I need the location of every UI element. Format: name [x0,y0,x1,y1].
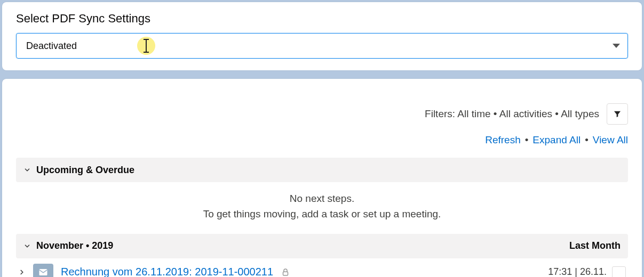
empty-line-2: To get things moving, add a task or set … [16,206,628,222]
lock-icon [281,267,290,277]
section-title: Upcoming & Overdue [36,165,134,176]
sync-settings-select[interactable]: Deactivated [16,33,628,59]
settings-title: Select PDF Sync Settings [16,12,628,26]
empty-line-1: No next steps. [16,191,628,206]
activity-menu-button[interactable] [612,266,626,277]
activity-timeline-card: Filters: All time • All activities • All… [2,79,642,277]
view-all-link[interactable]: View All [593,134,628,146]
filter-button[interactable] [607,103,628,125]
filter-icon [613,110,622,118]
month-relative-label: Last Month [569,240,621,251]
empty-state: No next steps. To get things moving, add… [16,182,628,234]
chevron-down-icon [23,166,31,174]
refresh-link[interactable]: Refresh [485,134,521,146]
activity-subject-link[interactable]: Rechnung vom 26.11.2019: 2019-11-000211 [61,266,273,277]
text-cursor-indicator [137,37,155,55]
caret-down-icon [613,44,620,48]
filter-row: Filters: All time • All activities • All… [16,79,628,125]
chevron-down-icon [23,242,31,250]
activity-time: 17:31 | 26.11. [548,266,607,277]
pdf-sync-settings-card: Select PDF Sync Settings Deactivated [2,2,642,70]
email-icon [33,264,53,277]
section-upcoming[interactable]: Upcoming & Overdue [16,158,628,182]
svg-rect-1 [283,272,288,275]
month-title: November • 2019 [36,240,113,251]
expand-all-link[interactable]: Expand All [532,134,581,146]
filters-summary: Filters: All time • All activities • All… [425,108,599,120]
activity-entry[interactable]: Rechnung vom 26.11.2019: 2019-11-000211 … [16,258,628,277]
chevron-right-icon [18,268,26,276]
section-month[interactable]: November • 2019 Last Month [16,234,628,258]
select-value: Deactivated [26,40,77,52]
action-links-row: Refresh • Expand All • View All [16,125,628,158]
